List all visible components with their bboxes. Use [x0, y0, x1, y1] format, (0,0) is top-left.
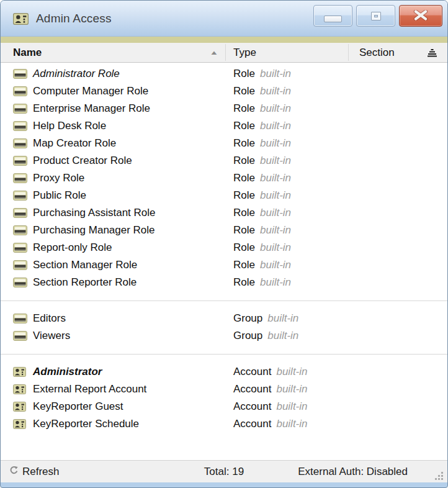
close-button[interactable]	[399, 5, 442, 27]
list-item[interactable]: External Report AccountAccountbuilt-in	[6, 381, 442, 398]
item-builtin-tag: built-in	[260, 137, 291, 150]
item-name: Administrator	[33, 366, 102, 378]
item-builtin-tag: built-in	[260, 120, 291, 132]
minimize-icon	[324, 16, 342, 22]
accent-bar	[1, 37, 447, 43]
column-divider[interactable]	[225, 44, 226, 61]
refresh-button[interactable]: Refresh	[9, 466, 60, 478]
item-name: Viewers	[33, 330, 70, 342]
titlebar[interactable]: Admin Access	[1, 1, 447, 37]
admin-access-window: Admin Access Name ▲ Type Se	[0, 0, 448, 488]
sort-order-icon[interactable]	[427, 43, 437, 62]
close-icon	[413, 10, 428, 22]
list-item[interactable]: Map Creator RoleRolebuilt-in	[6, 135, 442, 152]
item-type-cell: Rolebuilt-in	[233, 169, 291, 187]
list-item[interactable]: KeyReporter GuestAccountbuilt-in	[6, 398, 442, 415]
role-icon	[13, 191, 29, 201]
list-item[interactable]: Help Desk RoleRolebuilt-in	[6, 117, 442, 135]
item-builtin-tag: built-in	[267, 330, 298, 342]
role-icon	[13, 69, 29, 79]
column-header-name[interactable]: Name	[13, 43, 42, 62]
role-icon	[13, 156, 29, 166]
item-type: Role	[233, 242, 255, 254]
list-item[interactable]: Section Manager RoleRolebuilt-in	[6, 256, 442, 274]
item-type-cell: Groupbuilt-in	[233, 327, 298, 345]
item-type-cell: Rolebuilt-in	[233, 83, 291, 100]
item-type-cell: Accountbuilt-in	[233, 415, 308, 433]
item-type-cell: Rolebuilt-in	[233, 65, 291, 83]
list-item[interactable]: Proxy RoleRolebuilt-in	[6, 169, 442, 187]
refresh-label: Refresh	[22, 466, 60, 478]
item-builtin-tag: built-in	[260, 189, 291, 202]
item-list: Administrator RoleRolebuilt-inComputer M…	[1, 63, 447, 460]
item-name: Computer Manager Role	[33, 85, 148, 97]
item-type: Role	[233, 102, 255, 115]
item-name: External Report Account	[33, 383, 146, 395]
column-header-section[interactable]: Section	[359, 43, 395, 62]
minimize-button[interactable]	[313, 5, 352, 27]
window-title: Admin Access	[36, 12, 112, 25]
role-icon	[13, 260, 29, 270]
list-item[interactable]: Administrator RoleRolebuilt-in	[6, 65, 442, 83]
list-item[interactable]: EditorsGroupbuilt-in	[6, 310, 442, 327]
item-name: Purchasing Manager Role	[33, 224, 155, 237]
item-type-cell: Accountbuilt-in	[233, 398, 308, 415]
item-type-cell: Rolebuilt-in	[233, 135, 291, 152]
item-name: KeyReporter Guest	[33, 400, 123, 413]
item-type: Role	[233, 207, 255, 219]
item-builtin-tag: built-in	[260, 224, 291, 237]
item-type: Role	[233, 259, 255, 271]
item-builtin-tag: built-in	[260, 102, 291, 115]
list-item[interactable]: Purchasing Manager RoleRolebuilt-in	[6, 222, 442, 239]
list-item[interactable]: Purchasing Assistant RoleRolebuilt-in	[6, 204, 442, 222]
item-type-cell: Rolebuilt-in	[233, 152, 291, 169]
external-auth-status: External Auth: Disabled	[298, 466, 408, 478]
item-type: Role	[233, 276, 255, 289]
list-item[interactable]: Public RoleRolebuilt-in	[6, 187, 442, 204]
item-builtin-tag: built-in	[276, 383, 307, 395]
item-name: KeyReporter Schedule	[33, 418, 139, 430]
list-item[interactable]: Product Creator RoleRolebuilt-in	[6, 152, 442, 169]
item-name: Public Role	[33, 189, 86, 202]
item-type-cell: Accountbuilt-in	[233, 381, 308, 398]
column-header-type[interactable]: Type	[233, 43, 256, 62]
role-icon	[13, 121, 29, 131]
item-type-cell: Rolebuilt-in	[233, 100, 291, 117]
resize-grip[interactable]	[434, 470, 444, 480]
item-type: Account	[233, 383, 271, 395]
column-divider[interactable]	[348, 44, 349, 61]
list-item[interactable]: Enterprise Manager RoleRolebuilt-in	[6, 100, 442, 117]
item-type: Role	[233, 68, 255, 80]
item-type: Role	[233, 189, 255, 202]
maximize-button[interactable]	[356, 5, 395, 27]
item-builtin-tag: built-in	[260, 207, 291, 219]
item-builtin-tag: built-in	[260, 85, 291, 97]
item-name: Product Creator Role	[33, 155, 132, 167]
window-controls	[313, 5, 442, 27]
item-builtin-tag: built-in	[276, 418, 307, 430]
item-type-cell: Rolebuilt-in	[233, 256, 291, 274]
account-icon	[13, 384, 29, 394]
item-type: Group	[233, 330, 262, 342]
column-headers: Name ▲ Type Section	[1, 43, 447, 63]
item-type: Account	[233, 400, 271, 413]
role-icon	[13, 104, 29, 114]
item-type: Role	[233, 120, 255, 132]
list-item[interactable]: Section Reporter RoleRolebuilt-in	[6, 274, 442, 291]
item-type: Role	[233, 155, 255, 167]
role-icon	[13, 225, 29, 235]
item-builtin-tag: built-in	[260, 242, 291, 254]
item-builtin-tag: built-in	[260, 276, 291, 289]
list-item[interactable]: Computer Manager RoleRolebuilt-in	[6, 83, 442, 100]
item-builtin-tag: built-in	[276, 366, 307, 378]
item-name: Report-only Role	[33, 242, 112, 254]
list-item[interactable]: ViewersGroupbuilt-in	[6, 327, 442, 345]
account-card-icon	[13, 13, 29, 25]
item-type-cell: Rolebuilt-in	[233, 222, 291, 239]
item-type: Group	[233, 312, 262, 325]
item-type-cell: Rolebuilt-in	[233, 239, 291, 256]
list-item[interactable]: AdministratorAccountbuilt-in	[6, 363, 442, 381]
item-type-cell: Rolebuilt-in	[233, 204, 291, 222]
list-item[interactable]: Report-only RoleRolebuilt-in	[6, 239, 442, 256]
list-item[interactable]: KeyReporter ScheduleAccountbuilt-in	[6, 415, 442, 433]
